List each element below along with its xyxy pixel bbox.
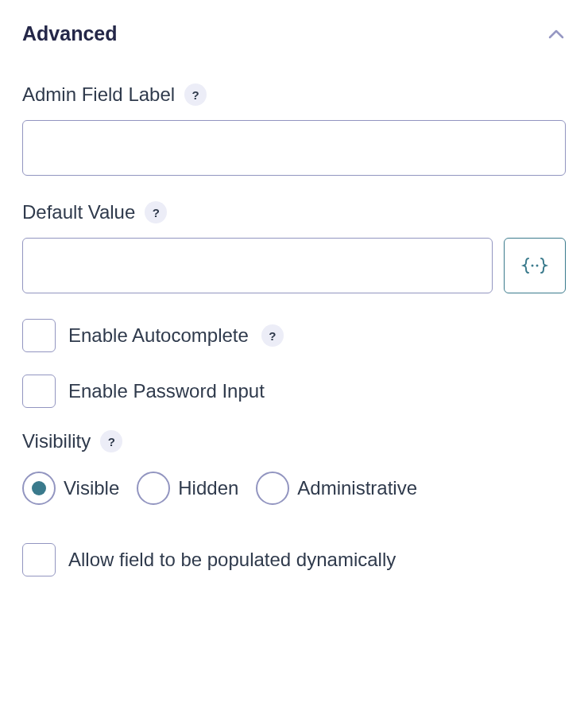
visibility-visible-item: Visible (22, 472, 119, 505)
populate-dynamically-row: Allow field to be populated dynamically (22, 543, 566, 576)
visibility-section: Visibility ? Visible Hidden Administrati… (22, 430, 566, 505)
default-value-group: Default Value ? (22, 201, 566, 293)
svg-point-1 (536, 265, 539, 267)
visibility-administrative-radio[interactable] (256, 472, 289, 505)
svg-point-0 (532, 265, 534, 267)
help-icon[interactable]: ? (261, 324, 284, 347)
default-value-input-row (22, 238, 566, 293)
admin-field-label-text: Admin Field Label (22, 83, 175, 106)
populate-dynamically-checkbox[interactable] (22, 543, 56, 576)
visibility-visible-radio[interactable] (22, 472, 56, 505)
help-icon[interactable]: ? (100, 430, 122, 452)
enable-autocomplete-row: Enable Autocomplete ? (22, 319, 566, 352)
help-icon[interactable]: ? (145, 201, 167, 223)
enable-password-input-checkbox[interactable] (22, 375, 56, 408)
visibility-administrative-item: Administrative (256, 472, 417, 505)
merge-tags-button[interactable] (504, 238, 566, 293)
visibility-hidden-label: Hidden (178, 477, 238, 499)
default-value-label-text: Default Value (22, 201, 135, 223)
enable-password-input-label: Enable Password Input (68, 380, 265, 402)
visibility-radio-group: Visible Hidden Administrative (22, 472, 566, 505)
admin-field-label-group: Admin Field Label ? (22, 83, 566, 176)
merge-tags-icon (520, 256, 549, 275)
default-value-input[interactable] (22, 238, 493, 293)
advanced-section-header[interactable]: Advanced (22, 22, 566, 45)
enable-autocomplete-checkbox[interactable] (22, 319, 56, 352)
default-value-label-row: Default Value ? (22, 201, 566, 223)
help-icon[interactable]: ? (184, 83, 207, 106)
chevron-up-icon (547, 25, 566, 44)
visibility-administrative-label: Administrative (297, 477, 417, 499)
populate-dynamically-label: Allow field to be populated dynamically (68, 549, 396, 571)
admin-field-label-input[interactable] (22, 120, 566, 176)
visibility-hidden-item: Hidden (137, 472, 238, 505)
enable-password-input-row: Enable Password Input (22, 375, 566, 408)
section-title: Advanced (22, 22, 117, 45)
admin-field-label-row: Admin Field Label ? (22, 83, 566, 106)
visibility-visible-label: Visible (64, 477, 119, 499)
enable-autocomplete-label: Enable Autocomplete (68, 324, 249, 347)
visibility-hidden-radio[interactable] (137, 472, 170, 505)
visibility-label-row: Visibility ? (22, 430, 566, 452)
radio-dot-icon (32, 481, 46, 495)
visibility-label-text: Visibility (22, 430, 91, 452)
